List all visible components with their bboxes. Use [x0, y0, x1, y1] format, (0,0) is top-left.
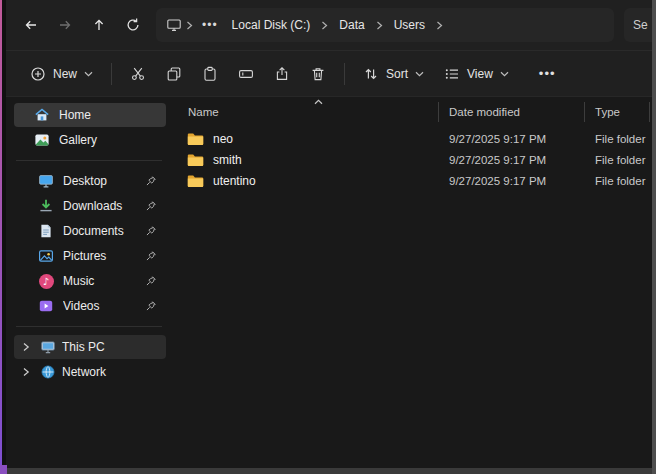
explorer-content: Home Gallery Desktop: [6, 97, 652, 468]
sidebar-separator: [16, 326, 162, 327]
view-button-label: View: [467, 67, 493, 81]
expand-chevron-icon[interactable]: [21, 367, 31, 377]
sidebar-item-gallery[interactable]: Gallery: [14, 128, 166, 152]
sidebar-item-documents[interactable]: Documents: [14, 219, 166, 243]
this-pc-icon: [40, 339, 56, 355]
chevron-down-icon: [500, 71, 509, 77]
folder-icon: [187, 132, 204, 146]
sidebar-item-pictures[interactable]: Pictures: [14, 244, 166, 268]
toolbar-separator: [344, 63, 345, 85]
folder-icon: [187, 153, 204, 167]
breadcrumb-chevron-icon: [184, 21, 195, 30]
sidebar-item-desktop[interactable]: Desktop: [14, 169, 166, 193]
sidebar-item-label: Documents: [63, 224, 136, 238]
up-button[interactable]: [82, 9, 116, 41]
refresh-button[interactable]: [116, 9, 150, 41]
chevron-down-icon: [415, 71, 424, 77]
file-row-neo[interactable]: neo 9/27/2025 9:17 PM File folder: [180, 128, 652, 149]
sidebar-item-label: This PC: [62, 340, 166, 354]
sidebar-item-label: Music: [63, 274, 136, 288]
more-options-button[interactable]: •••: [529, 57, 566, 91]
search-input[interactable]: Se: [624, 8, 652, 42]
paste-button[interactable]: [192, 57, 228, 91]
screen-edge-bottom: [6, 468, 656, 474]
up-arrow-icon: [91, 17, 107, 33]
sidebar-item-music[interactable]: ♪ Music: [14, 269, 166, 293]
sidebar-item-home[interactable]: Home: [14, 103, 166, 127]
sidebar-item-videos[interactable]: Videos: [14, 294, 166, 318]
file-type: File folder: [584, 154, 652, 166]
videos-icon: [38, 298, 54, 314]
copy-button[interactable]: [156, 57, 192, 91]
file-name: neo: [213, 132, 233, 146]
cut-button[interactable]: [120, 57, 156, 91]
sort-arrows-icon: [363, 66, 379, 82]
breadcrumb-overflow[interactable]: •••: [197, 18, 223, 32]
sidebar-item-label: Network: [62, 365, 166, 379]
file-date-modified: 9/27/2025 9:17 PM: [438, 175, 584, 187]
network-icon: [40, 364, 56, 380]
sort-button-label: Sort: [386, 67, 408, 81]
delete-button[interactable]: [300, 57, 336, 91]
sidebar-item-downloads[interactable]: Downloads: [14, 194, 166, 218]
screen-edge-corner: [0, 465, 7, 474]
folder-icon: [187, 174, 204, 188]
forward-arrow-icon: [57, 17, 73, 33]
back-arrow-icon: [23, 17, 39, 33]
trash-icon: [310, 66, 326, 82]
column-header-type[interactable]: Type: [584, 102, 650, 122]
view-button[interactable]: View: [434, 57, 519, 91]
column-label: Name: [188, 106, 219, 118]
column-header-date-modified[interactable]: Date modified: [438, 102, 584, 122]
pin-icon: [145, 275, 157, 287]
file-row-smith[interactable]: smith 9/27/2025 9:17 PM File folder: [180, 149, 652, 170]
sidebar-item-label: Home: [59, 108, 166, 122]
column-label: Date modified: [449, 106, 520, 118]
clipboard-icon: [202, 66, 218, 82]
search-text: Se: [633, 18, 648, 32]
sidebar-separator: [16, 160, 162, 161]
pin-icon: [145, 300, 157, 312]
sort-ascending-caret-icon: [314, 99, 323, 105]
plus-circle-icon: [30, 66, 46, 82]
pin-icon: [145, 175, 157, 187]
rename-button[interactable]: [228, 57, 264, 91]
file-row-utentino[interactable]: utentino 9/27/2025 9:17 PM File folder: [180, 170, 652, 191]
pin-icon: [145, 225, 157, 237]
breadcrumb-drive[interactable]: Local Disk (C:): [225, 18, 318, 32]
share-button[interactable]: [264, 57, 300, 91]
file-date-modified: 9/27/2025 9:17 PM: [438, 154, 584, 166]
breadcrumb-chevron-icon: [319, 21, 330, 30]
copy-icon: [166, 66, 182, 82]
sort-button[interactable]: Sort: [353, 57, 434, 91]
file-date-modified: 9/27/2025 9:17 PM: [438, 133, 584, 145]
back-button[interactable]: [14, 9, 48, 41]
screen-edge-accent: [0, 0, 2, 474]
chevron-down-icon: [84, 71, 93, 77]
breadcrumb-chevron-icon: [434, 21, 445, 30]
new-button[interactable]: New: [20, 57, 103, 91]
sidebar-item-label: Videos: [63, 299, 136, 313]
sidebar-item-this-pc[interactable]: This PC: [14, 335, 166, 359]
file-rows: neo 9/27/2025 9:17 PM File folder smith …: [180, 128, 652, 191]
screen-edge-right: [652, 0, 656, 474]
command-bar: New: [6, 50, 652, 97]
this-pc-address-icon: [166, 17, 182, 33]
column-header-name[interactable]: Name: [186, 102, 438, 122]
rename-icon: [238, 66, 254, 82]
new-button-label: New: [53, 67, 77, 81]
sidebar-item-network[interactable]: Network: [14, 360, 166, 384]
breadcrumb-users[interactable]: Users: [387, 18, 432, 32]
refresh-icon: [125, 17, 141, 33]
scissors-icon: [130, 66, 146, 82]
file-list-pane: Name Date modified Type: [172, 97, 652, 468]
column-label: Type: [595, 106, 620, 118]
expand-chevron-icon[interactable]: [21, 342, 31, 352]
forward-button[interactable]: [48, 9, 82, 41]
navigation-pane: Home Gallery Desktop: [6, 97, 172, 468]
file-name: utentino: [213, 174, 256, 188]
file-explorer-window: ••• Local Disk (C:) Data Users Se New: [6, 0, 652, 468]
address-bar[interactable]: ••• Local Disk (C:) Data Users: [156, 8, 614, 42]
pin-icon: [145, 250, 157, 262]
breadcrumb-data[interactable]: Data: [332, 18, 371, 32]
